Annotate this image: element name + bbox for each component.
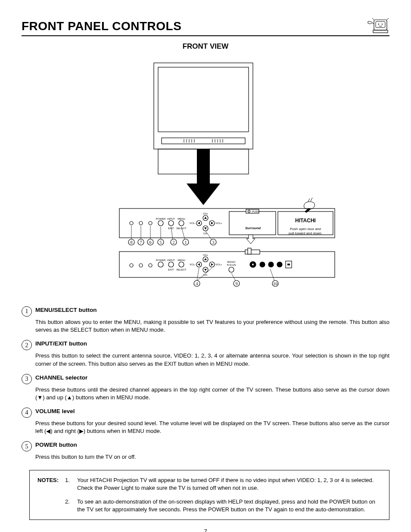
svg-point-32	[168, 221, 174, 226]
svg-text:8: 8	[131, 240, 133, 245]
svg-text:7: 7	[140, 240, 142, 245]
svg-text:FOCUS: FOCUS	[227, 264, 236, 266]
svg-rect-7	[158, 67, 249, 132]
svg-text:INPUT: INPUT	[167, 218, 175, 220]
svg-point-25	[130, 221, 133, 225]
control-item: 4VOLUME level	[22, 408, 389, 418]
control-item: 2INPUT/EXIT button	[22, 340, 389, 350]
svg-point-99	[277, 262, 282, 267]
note-text: Your HITACHI Projection TV will appear t…	[77, 476, 381, 492]
svg-rect-71	[245, 250, 260, 254]
section-subtitle: FRONT VIEW	[22, 41, 389, 52]
note-text: To see an auto-demonstration of the on-s…	[77, 498, 381, 513]
svg-point-3	[382, 24, 383, 25]
control-item: 5POWER button	[22, 441, 389, 451]
control-item: 3CHANNEL selector	[22, 374, 389, 384]
note-number: 1.	[65, 476, 77, 492]
callout-number: 1	[22, 306, 32, 317]
svg-point-98	[268, 262, 274, 267]
svg-text:POWER: POWER	[156, 259, 166, 261]
svg-text:CH-: CH-	[203, 232, 208, 235]
svg-rect-21	[229, 212, 276, 235]
item-body: Press this button to turn the TV on or o…	[35, 453, 389, 461]
svg-text:VOL+: VOL+	[215, 222, 222, 224]
front-view-figure: PUSH POWER INPUT MENU EXIT SELECT CH+ VO…	[22, 59, 389, 293]
page-title: FRONT PANEL CONTROLS	[22, 18, 366, 34]
svg-text:SELECT: SELECT	[176, 268, 187, 271]
notes-box: NOTES: 1.Your HITACHI Projection TV will…	[29, 470, 389, 520]
item-body: This button allows you to enter the MENU…	[35, 318, 389, 334]
svg-line-106	[231, 273, 236, 281]
svg-text:POWER: POWER	[156, 218, 166, 220]
control-item: 1MENU/SELECT button	[22, 306, 389, 317]
svg-text:INPUT: INPUT	[167, 259, 175, 261]
item-heading: MENU/SELECT button	[35, 306, 97, 314]
svg-rect-72	[248, 248, 251, 254]
svg-rect-101	[287, 264, 290, 265]
svg-point-80	[168, 262, 174, 267]
item-body: Press these buttons until the desired ch…	[35, 386, 389, 401]
svg-text:2: 2	[173, 240, 175, 245]
item-heading: VOLUME level	[35, 408, 75, 416]
note-entry: 1.Your HITACHI Projection TV will appear…	[65, 476, 381, 492]
svg-point-73	[130, 264, 133, 267]
svg-point-33	[179, 221, 184, 226]
svg-text:4: 4	[196, 281, 198, 286]
svg-text:VOL-: VOL-	[190, 263, 196, 266]
svg-point-97	[260, 262, 265, 267]
callout-number: 2	[22, 340, 32, 350]
svg-line-103	[197, 268, 212, 281]
svg-text:MENU: MENU	[177, 218, 185, 220]
svg-text:5: 5	[160, 240, 162, 245]
item-heading: INPUT/EXIT button	[35, 340, 87, 348]
svg-rect-6	[154, 63, 253, 149]
item-body: Press these buttons for your desired sou…	[35, 420, 389, 435]
svg-point-81	[179, 262, 184, 267]
item-heading: POWER button	[35, 441, 77, 449]
callout-number: 3	[22, 374, 32, 384]
note-number: 2.	[65, 498, 77, 513]
svg-point-96	[252, 264, 254, 265]
svg-text:CH+: CH+	[203, 254, 209, 256]
svg-point-31	[158, 221, 163, 226]
svg-point-26	[139, 221, 143, 225]
svg-text:Surround: Surround	[245, 226, 261, 230]
svg-line-67	[206, 231, 212, 240]
svg-line-109	[270, 269, 274, 281]
svg-line-47	[308, 199, 310, 202]
tv-mascot-icon	[366, 17, 389, 34]
svg-point-75	[149, 264, 152, 267]
svg-text:9: 9	[236, 281, 238, 286]
item-heading: CHANNEL selector	[35, 374, 87, 382]
notes-label: NOTES:	[37, 476, 65, 514]
page-number: 7	[22, 528, 389, 532]
svg-point-94	[229, 267, 234, 272]
svg-text:6: 6	[149, 240, 152, 245]
push-label: PUSH	[252, 210, 259, 213]
brand-label: HITACHI	[295, 218, 316, 224]
callout-number: 4	[22, 408, 32, 418]
svg-line-48	[311, 198, 312, 201]
svg-text:MENU: MENU	[177, 259, 185, 261]
svg-text:VOL-: VOL-	[190, 222, 196, 224]
svg-text:10: 10	[273, 281, 277, 286]
svg-point-79	[158, 262, 163, 267]
svg-point-27	[149, 221, 152, 225]
svg-point-2	[378, 24, 379, 25]
svg-text:EXIT: EXIT	[168, 268, 174, 271]
svg-text:MAGIC: MAGIC	[227, 261, 236, 263]
svg-text:1: 1	[185, 240, 187, 245]
callout-number: 5	[22, 441, 32, 451]
svg-text:pull toward and down.: pull toward and down.	[289, 231, 322, 235]
item-body: Press this button to select the current …	[35, 352, 389, 367]
svg-text:3: 3	[212, 240, 215, 245]
svg-rect-4	[373, 30, 388, 33]
svg-line-102	[197, 268, 199, 281]
svg-text:VOL+: VOL+	[215, 263, 222, 266]
svg-rect-8	[162, 138, 245, 144]
note-entry: 2.To see an auto-demonstration of the on…	[65, 498, 381, 513]
svg-point-74	[139, 264, 143, 267]
svg-text:Push open door and: Push open door and	[290, 227, 321, 231]
svg-text:CH+: CH+	[203, 212, 209, 215]
